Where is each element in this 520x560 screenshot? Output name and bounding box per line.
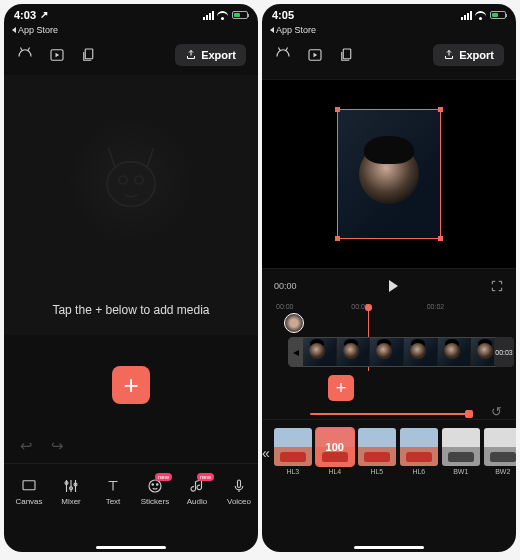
export-button[interactable]: Export	[175, 44, 246, 66]
tool-stickers[interactable]: new Stickers	[134, 477, 176, 506]
svg-point-10	[152, 484, 154, 486]
location-icon: ↗	[40, 9, 48, 20]
signal-icon	[461, 11, 472, 20]
bottom-toolbar: Canvas Mixer Text new Stickers new Audio…	[4, 463, 258, 519]
layers-icon[interactable]	[338, 46, 356, 64]
editor-header: Export	[4, 35, 258, 75]
battery-icon	[232, 11, 248, 19]
filter-hl4[interactable]: 100 HL4	[316, 428, 354, 478]
status-time: 4:05	[272, 9, 294, 21]
svg-point-11	[157, 484, 159, 486]
filter-bw1[interactable]: BW1	[442, 428, 480, 478]
svg-rect-14	[343, 49, 351, 59]
export-button[interactable]: Export	[433, 44, 504, 66]
playhead-knob[interactable]	[365, 304, 372, 311]
layers-icon[interactable]	[80, 46, 98, 64]
playhead-marker-icon[interactable]	[284, 313, 304, 333]
wifi-icon	[217, 11, 229, 20]
filter-intensity-value: 100	[316, 428, 354, 466]
filters-back-button[interactable]: «	[262, 431, 270, 475]
current-time: 00:00	[274, 281, 297, 291]
add-layer-button[interactable]: +	[328, 375, 354, 401]
home-indicator[interactable]	[354, 546, 424, 549]
filter-intensity-slider[interactable]	[310, 413, 470, 415]
media-icon[interactable]	[48, 46, 66, 64]
tool-voiceover[interactable]: Voiceo	[218, 477, 258, 506]
filter-hl6[interactable]: HL6	[400, 428, 438, 478]
status-bar: 4:05	[262, 4, 516, 24]
status-time: 4:03	[14, 9, 36, 21]
export-icon	[443, 49, 455, 61]
tool-mixer[interactable]: Mixer	[50, 477, 92, 506]
clip-trim-left[interactable]: ◂	[289, 338, 303, 366]
back-chevron-icon	[12, 27, 16, 33]
svg-rect-1	[85, 49, 93, 59]
preview-canvas[interactable]	[262, 79, 516, 269]
svg-rect-12	[238, 480, 241, 488]
battery-icon	[490, 11, 506, 19]
selected-clip-frame[interactable]	[337, 109, 441, 239]
fullscreen-button[interactable]	[490, 279, 504, 293]
time-ruler: 00:00 00:01 00:02	[262, 303, 516, 310]
back-chevron-icon	[270, 27, 274, 33]
brand-icon[interactable]	[274, 46, 292, 64]
redo-button[interactable]: ↪	[51, 437, 64, 455]
preview-canvas: Tap the + below to add media	[4, 75, 258, 335]
back-to-app[interactable]: App Store	[262, 24, 516, 35]
reset-button[interactable]: ↺	[491, 404, 502, 419]
media-icon[interactable]	[306, 46, 324, 64]
editor-with-media: 4:05 App Store Export 00:0	[262, 4, 516, 552]
clip-thumbnail	[359, 144, 419, 204]
back-to-app[interactable]: App Store	[4, 24, 258, 35]
timeline[interactable]: 00:00 00:01 00:02 ◂ 00:03 + ↺	[262, 299, 516, 419]
play-button[interactable]	[389, 280, 398, 292]
status-bar: 4:03 ↗	[4, 4, 258, 24]
empty-state-text: Tap the + below to add media	[52, 303, 209, 317]
tool-audio[interactable]: new Audio	[176, 477, 218, 506]
clip-duration-label: 00:03	[494, 337, 514, 367]
tool-text[interactable]: Text	[92, 477, 134, 506]
video-clip[interactable]: ◂	[288, 337, 506, 367]
home-indicator[interactable]	[96, 546, 166, 549]
filter-hl3[interactable]: HL3	[274, 428, 312, 478]
svg-point-2	[107, 162, 155, 207]
filter-strip: « HL3 100 HL4 HL5 HL6 BW1 BW2	[262, 419, 516, 481]
editor-empty-state: 4:03 ↗ App Store Export Tap the + be	[4, 4, 258, 552]
playback-controls: 00:00	[262, 269, 516, 299]
add-media-button[interactable]: +	[112, 366, 150, 404]
wifi-icon	[475, 11, 487, 20]
signal-icon	[203, 11, 214, 20]
brand-watermark	[66, 115, 196, 245]
svg-point-9	[149, 480, 161, 492]
timeline-empty: +	[4, 335, 258, 435]
export-icon	[185, 49, 197, 61]
filter-hl5[interactable]: HL5	[358, 428, 396, 478]
svg-point-3	[119, 176, 127, 184]
undo-redo-row: ↩ ↪	[4, 435, 258, 463]
new-badge: new	[197, 473, 214, 481]
svg-point-4	[135, 176, 143, 184]
editor-header: Export	[262, 35, 516, 75]
undo-button[interactable]: ↩	[20, 437, 33, 455]
tool-canvas[interactable]: Canvas	[8, 477, 50, 506]
filter-bw2[interactable]: BW2	[484, 428, 516, 478]
new-badge: new	[155, 473, 172, 481]
brand-icon[interactable]	[16, 46, 34, 64]
svg-rect-5	[23, 481, 35, 490]
